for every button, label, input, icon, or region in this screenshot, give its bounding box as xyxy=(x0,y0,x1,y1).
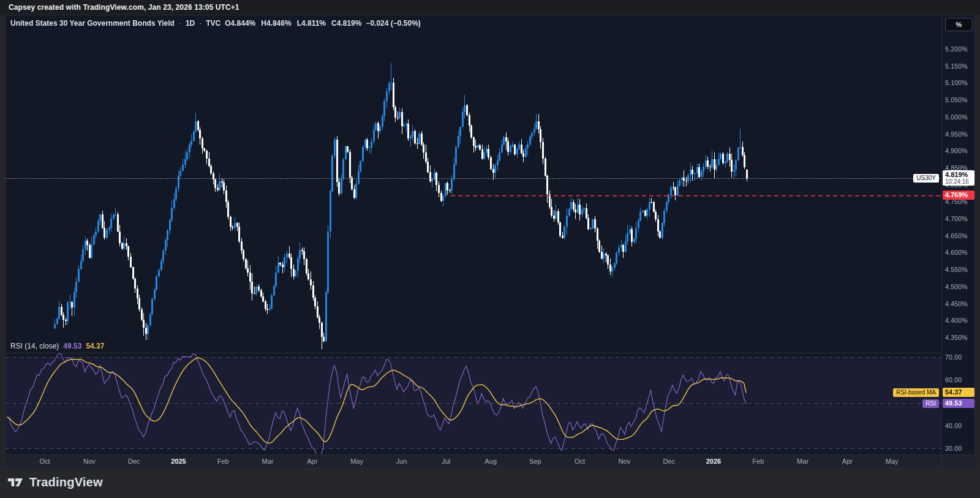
footer: TradingView xyxy=(0,467,980,498)
main-legend: United States 30 Year Government Bonds Y… xyxy=(10,19,421,28)
time-tick-label: Mar xyxy=(254,458,281,465)
time-tick-label: Sep xyxy=(522,458,549,465)
time-tick-label: Nov xyxy=(611,458,638,465)
time-tick-label: Oct xyxy=(567,458,594,465)
alert-price-label: 4.769% xyxy=(943,191,974,200)
price-tick-label: 5.050% xyxy=(945,96,968,104)
time-tick-label: Jul xyxy=(432,458,459,465)
rsi-tag: RSI xyxy=(922,399,939,408)
time-tick-label: Aug xyxy=(477,458,504,465)
rsi-tick-label: 30.00 xyxy=(945,445,962,452)
attribution-bar: Capsey created with TradingView.com, Jan… xyxy=(0,0,980,15)
tradingview-logomark xyxy=(8,476,24,489)
attribution-text: Capsey created with TradingView.com, Jan… xyxy=(9,3,239,12)
symbol-title[interactable]: United States 30 Year Government Bonds Y… xyxy=(10,19,175,28)
time-tick-label: Mar xyxy=(790,458,816,465)
last-price-value: 4.819% xyxy=(945,171,972,178)
bar-countdown: 10:24:16 xyxy=(945,178,972,185)
price-tick-label: 5.100% xyxy=(945,79,968,86)
high-value: H4.846% xyxy=(261,19,291,28)
rsi-tick-label: 60.00 xyxy=(945,376,962,383)
price-tick-label: 5.150% xyxy=(945,62,968,70)
price-tick-label: 4.500% xyxy=(945,283,968,290)
rsi-tick-label: 70.00 xyxy=(945,353,962,361)
time-tick-label: 2026 xyxy=(700,458,727,465)
time-tick-label: May xyxy=(344,458,371,465)
legend-separator-2: · xyxy=(199,19,202,28)
symbol-price-tag: US30Y xyxy=(913,174,939,183)
time-tick-label: Oct xyxy=(31,458,58,465)
rsi-tick-label: 40.00 xyxy=(945,422,962,429)
rsi-indicator-title[interactable]: RSI (14, close) xyxy=(10,342,59,350)
axis-corner-divider xyxy=(941,455,942,468)
chart-frame: United States 30 Year Government Bonds Y… xyxy=(5,15,975,467)
price-tick-label: 4.600% xyxy=(945,249,968,256)
change-value: −0.024 (−0.50%) xyxy=(366,19,420,28)
price-tick-label: 4.550% xyxy=(945,266,968,273)
percent-unit-button[interactable]: % xyxy=(945,18,973,31)
rsi-legend: RSI (14, close) 49.53 54.37 xyxy=(10,342,104,350)
last-price-label: 4.819% 10:24:16 xyxy=(943,170,974,186)
ohlc-values: O4.844% H4.846% L4.811% C4.819% xyxy=(225,19,361,28)
time-tick-label: Feb xyxy=(209,458,236,465)
price-tick-label: 4.400% xyxy=(945,317,968,324)
close-value: C4.819% xyxy=(331,19,361,28)
time-tick-label: Dec xyxy=(655,458,682,465)
legend-separator: · xyxy=(179,19,181,28)
price-tick-label: 5.200% xyxy=(945,45,968,53)
price-tick-label: 4.950% xyxy=(945,130,968,138)
time-axis[interactable]: OctNovDec2025FebMarAprMayJunJulAugSepOct… xyxy=(6,455,976,467)
time-tick-label: Feb xyxy=(745,458,772,465)
time-tick-label: May xyxy=(878,458,905,465)
price-tick-label: 5.000% xyxy=(945,113,968,121)
rsi-legend-value: 49.53 xyxy=(63,342,81,350)
time-tick-label: Jun xyxy=(388,458,415,465)
time-tick-label: Apr xyxy=(834,458,861,465)
rsi-ma-legend-value: 54.37 xyxy=(86,342,104,350)
price-tick-label: 4.350% xyxy=(945,334,968,341)
price-tick-label: 4.900% xyxy=(945,147,968,154)
time-tick-label: Apr xyxy=(299,458,326,465)
rsi-ma-axis-value: 54.37 xyxy=(943,388,974,397)
interval-label[interactable]: 1D xyxy=(186,19,195,28)
time-tick-label: Dec xyxy=(121,458,148,465)
rsi-axis-value: 49.53 xyxy=(943,399,974,408)
open-value: O4.844% xyxy=(225,19,255,28)
chart-canvas[interactable] xyxy=(6,15,941,455)
time-tick-label: 2025 xyxy=(165,458,192,465)
brand-wordmark: TradingView xyxy=(29,475,103,489)
rsi-ma-tag: RSI-based MA xyxy=(893,388,939,397)
low-value: L4.811% xyxy=(297,19,326,28)
time-tick-label: Nov xyxy=(76,458,103,465)
price-tick-label: 4.700% xyxy=(945,215,968,222)
price-tick-label: 4.650% xyxy=(945,232,968,240)
price-tick-label: 4.450% xyxy=(945,300,968,307)
tradingview-logo[interactable]: TradingView xyxy=(8,475,103,489)
exchange-label[interactable]: TVC xyxy=(206,19,221,28)
